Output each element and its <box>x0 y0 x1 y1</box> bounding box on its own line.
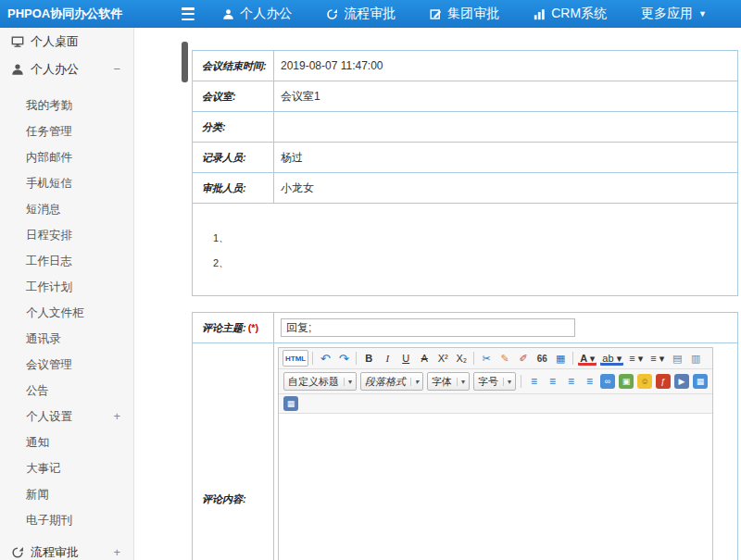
sidebar-label: 个人文件柜 <box>26 306 84 319</box>
align-right-icon[interactable]: ≡ <box>562 373 579 390</box>
scrollbar-thumb[interactable] <box>182 42 188 82</box>
nav-personal-office[interactable]: 个人办公 <box>222 6 292 22</box>
sidebar-label: 流程审批 <box>31 544 79 560</box>
source-html-button[interactable]: HTML <box>283 350 308 367</box>
meeting-detail-table: 会议结束时间: 2019-08-07 11:47:00 会议室: 会议室1 分类… <box>192 50 738 296</box>
insert-media-icon[interactable]: ▶ <box>674 374 689 389</box>
sidebar-item-e-journal[interactable]: 电子期刊 <box>0 507 133 533</box>
comment-form-table: 评论主题: (*) 评论内容: HTML ↶ ↷ B I <box>192 312 738 560</box>
insert-table-icon[interactable]: ▦ <box>283 396 298 411</box>
insert-image-icon[interactable]: ▣ <box>619 374 634 389</box>
remove-format-icon[interactable]: ✂ <box>478 350 495 367</box>
nav-label: 更多应用 <box>641 6 693 22</box>
align-left-icon[interactable]: ≡ <box>525 373 542 390</box>
collapse-icon[interactable]: − <box>113 56 120 83</box>
font-color-button[interactable]: A ▾ <box>577 350 597 367</box>
sidebar-item-announcements[interactable]: 公告 <box>0 378 133 404</box>
table-row: 会议室: 会议室1 <box>193 81 737 112</box>
sidebar-item-internal-mail[interactable]: 内部邮件 <box>0 144 133 170</box>
italic-button[interactable]: I <box>379 350 396 367</box>
table-row: 会议结束时间: 2019-08-07 11:47:00 <box>193 51 737 81</box>
align-center-icon[interactable]: ≡ <box>544 373 560 390</box>
caret-down-icon: ▾ <box>457 378 465 386</box>
sidebar-item-task-management[interactable]: 任务管理 <box>0 118 133 144</box>
menu-toggle-icon[interactable] <box>182 7 195 20</box>
meeting-content-cell: 1、 2、 <box>193 204 737 295</box>
table-row: 审批人员: 小龙女 <box>193 173 737 204</box>
editor-toolbar-row-2: 自定义标题 ▾ 段落格式 ▾ 字体 ▾ 字号 ▾ <box>279 369 712 394</box>
content-line: 2、 <box>213 251 737 276</box>
heading-style-dropdown[interactable]: 自定义标题 ▾ <box>283 372 357 391</box>
sidebar-item-work-plan[interactable]: 工作计划 <box>0 274 133 300</box>
sidebar-label: 我的考勤 <box>26 99 72 112</box>
background-color-button[interactable]: ab ▾ <box>599 350 624 367</box>
bullet-list-button[interactable]: ≡ ▾ <box>647 350 667 367</box>
grid-icon[interactable]: ▦ <box>552 350 569 367</box>
field-label: 会议结束时间: <box>193 51 274 81</box>
sidebar-item-news[interactable]: 新闻 <box>0 481 133 507</box>
font-size-dropdown[interactable]: 字号 ▾ <box>473 372 516 391</box>
dropdown-label: 段落格式 <box>365 375 406 389</box>
main-content: 会议结束时间: 2019-08-07 11:47:00 会议室: 会议室1 分类… <box>135 28 741 560</box>
font-family-dropdown[interactable]: 字体 ▾ <box>427 372 470 391</box>
sidebar-label: 短消息 <box>26 203 61 216</box>
field-value <box>274 112 737 142</box>
insert-link-icon[interactable]: ∞ <box>600 374 615 389</box>
align-justify-icon[interactable]: ≡ <box>581 373 597 390</box>
edit-pencil-icon[interactable]: ✎ <box>496 350 513 367</box>
insert-emoticon-icon[interactable]: ☺ <box>637 374 652 389</box>
field-value <box>274 313 737 342</box>
nav-group-approval[interactable]: 集团审批 <box>430 6 499 22</box>
nav-more-apps[interactable]: 更多应用 ▼ <box>641 6 707 22</box>
sidebar-item-memorabilia[interactable]: 大事记 <box>0 455 133 481</box>
redo-icon[interactable]: ↷ <box>335 350 352 367</box>
nav-crm-system[interactable]: CRM系统 <box>534 6 607 22</box>
sidebar-label: 个人办公 <box>31 61 79 78</box>
blockquote-button[interactable]: 66 <box>534 350 550 367</box>
content-line: 1、 <box>213 226 737 251</box>
sidebar-item-short-message[interactable]: 短消息 <box>0 196 133 222</box>
field-value: HTML ↶ ↷ B I U A X² X₂ ✂ ✎ ✐ <box>274 343 737 560</box>
field-value: 小龙女 <box>274 173 737 203</box>
toolbar-separator <box>473 352 474 365</box>
nav-workflow-approval[interactable]: 流程审批 <box>326 6 396 22</box>
sidebar-item-personal-files[interactable]: 个人文件柜 <box>0 300 133 326</box>
comment-subject-input[interactable] <box>281 318 575 337</box>
workflow-icon <box>326 8 338 20</box>
numbered-list-button[interactable]: ≡ ▾ <box>626 350 646 367</box>
sidebar-label: 电子期刊 <box>26 514 72 527</box>
sidebar-item-schedule[interactable]: 日程安排 <box>0 222 133 248</box>
save-icon[interactable]: ▦ <box>693 374 708 389</box>
sidebar-item-meeting-management[interactable]: 会议管理 <box>0 352 133 378</box>
insert-flash-icon[interactable]: ƒ <box>656 374 671 389</box>
format-painter-icon[interactable]: ✐ <box>515 350 532 367</box>
underline-button[interactable]: U <box>397 350 414 367</box>
field-value: 2019-08-07 11:47:00 <box>274 51 737 81</box>
paragraph-format-dropdown[interactable]: 段落格式 ▾ <box>360 372 423 391</box>
sidebar-item-notifications[interactable]: 通知 <box>0 429 133 455</box>
expand-icon[interactable]: + <box>113 404 120 429</box>
sidebar-group-personal-office[interactable]: 个人办公 − <box>0 56 133 83</box>
paste-plain-text-icon[interactable]: ▥ <box>687 350 704 367</box>
bold-button[interactable]: B <box>360 350 377 367</box>
edit-document-icon <box>430 8 442 20</box>
sidebar-item-personal-desktop[interactable]: 个人桌面 <box>0 28 133 56</box>
sidebar-item-mobile-sms[interactable]: 手机短信 <box>0 170 133 196</box>
editor-content-area[interactable] <box>279 414 712 560</box>
field-label: 会议室: <box>193 81 274 111</box>
field-value: 会议室1 <box>274 81 737 111</box>
expand-icon[interactable]: + <box>113 539 120 560</box>
sidebar-item-work-log[interactable]: 工作日志 <box>0 248 133 274</box>
paste-from-word-icon[interactable]: ▤ <box>669 350 685 367</box>
superscript-button[interactable]: X² <box>434 350 451 367</box>
sidebar-item-contacts[interactable]: 通讯录 <box>0 326 133 352</box>
undo-icon[interactable]: ↶ <box>317 350 333 367</box>
sidebar-item-personal-settings[interactable]: 个人设置 + <box>0 404 133 429</box>
field-label: 分类: <box>193 112 274 142</box>
strikethrough-button[interactable]: A <box>416 350 433 367</box>
comment-subject-row: 评论主题: (*) <box>193 313 737 343</box>
subscript-button[interactable]: X₂ <box>453 350 470 367</box>
sidebar-item-attendance[interactable]: 我的考勤 <box>0 93 133 118</box>
bar-chart-icon <box>534 8 546 20</box>
sidebar-group-workflow-approval[interactable]: 流程审批 + <box>0 539 133 560</box>
